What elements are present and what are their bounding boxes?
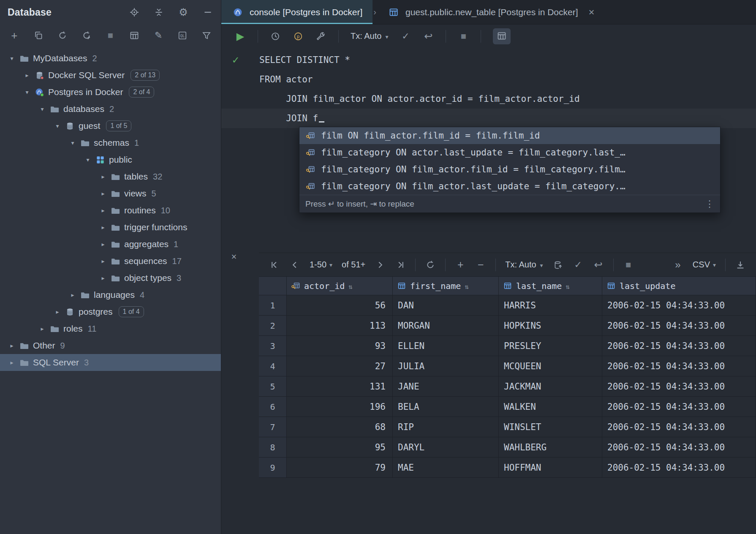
column-header-first_name[interactable]: first_name⇅ <box>393 277 499 295</box>
commit-button[interactable]: ✓ <box>400 31 411 42</box>
locate-button[interactable] <box>129 7 140 18</box>
chevron-right-icon[interactable]: ▸ <box>6 359 18 366</box>
chevron-down-icon[interactable]: ▾ <box>36 106 48 112</box>
cell-last_update[interactable]: 2006-02-15 04:34:33.00 <box>602 458 756 477</box>
cell-first_name[interactable]: JULIA <box>393 356 499 376</box>
cancel-query-button[interactable]: ■ <box>623 259 634 270</box>
completion-item[interactable]: film_category ON film_actor.film_id = fi… <box>299 161 720 178</box>
tree-item-aggregates[interactable]: ▸aggregates1 <box>0 236 221 253</box>
tree-item-tables[interactable]: ▸tables32 <box>0 168 221 185</box>
chevron-right-icon[interactable]: ▸ <box>67 292 79 298</box>
in-editor-results-toggle[interactable] <box>493 28 511 44</box>
cell-last_name[interactable]: MCQUEEN <box>499 356 602 376</box>
filter-button[interactable] <box>201 30 212 41</box>
cell-first_name[interactable]: MAE <box>393 458 499 477</box>
cell-last_name[interactable]: JACKMAN <box>499 376 602 396</box>
chevron-right-icon[interactable]: ▸ <box>21 72 33 79</box>
cell-last_name[interactable]: WINSLET <box>499 417 602 437</box>
chevron-right-icon[interactable]: ▸ <box>97 190 109 197</box>
last-page-button[interactable] <box>395 259 406 270</box>
tx-mode-dropdown[interactable]: Tx: Auto ▾ <box>505 260 543 270</box>
run-button[interactable]: ▶ <box>235 31 246 42</box>
tab-console[interactable]: console [Postgres in Docker] <box>221 0 373 24</box>
cell-first_name[interactable]: MORGAN <box>393 316 499 335</box>
tree-item-sql-server[interactable]: ▸SQL Server3 <box>0 354 221 371</box>
chevron-down-icon[interactable]: ▾ <box>67 139 79 146</box>
cell-first_name[interactable]: BELA <box>393 397 499 417</box>
cell-actor_id[interactable]: 68 <box>287 417 393 437</box>
chevron-right-icon[interactable]: ▸ <box>52 308 63 315</box>
cell-actor_id[interactable]: 95 <box>287 437 393 457</box>
hide-button[interactable] <box>202 7 213 18</box>
cell-first_name[interactable]: ELLEN <box>393 336 499 356</box>
cell-last_update[interactable]: 2006-02-15 04:34:33.00 <box>602 316 756 335</box>
stop-button[interactable]: ■ <box>458 31 469 42</box>
cell-last_name[interactable]: HOPKINS <box>499 316 602 335</box>
page-range-dropdown[interactable]: 1-50 ▾ <box>310 260 332 270</box>
sort-arrows-icon[interactable]: ⇅ <box>348 281 353 291</box>
row-number[interactable]: 7 <box>259 417 287 437</box>
chevron-right-icon[interactable]: ▸ <box>36 325 48 332</box>
more-actions-button[interactable]: » <box>672 259 683 270</box>
cell-last_name[interactable]: HARRIS <box>499 295 602 315</box>
row-number[interactable]: 4 <box>259 356 287 376</box>
row-number[interactable]: 6 <box>259 397 287 417</box>
chevron-down-icon[interactable]: ▾ <box>6 55 18 62</box>
chevron-right-icon[interactable]: ▸ <box>97 275 109 281</box>
tx-mode-dropdown[interactable]: Tx: Auto ▾ <box>351 31 388 41</box>
sql-code[interactable]: SELECT DISTINCT *FROM actor JOIN film_ac… <box>221 48 756 128</box>
settings-wrench-icon[interactable] <box>315 31 326 42</box>
column-header-last_update[interactable]: last_update <box>602 277 756 295</box>
tree-item-guest[interactable]: ▾guest1 of 5 <box>0 117 221 134</box>
cell-actor_id[interactable]: 113 <box>287 316 393 335</box>
first-page-button[interactable] <box>269 259 280 270</box>
console-properties-icon[interactable]: p <box>293 31 304 42</box>
cell-actor_id[interactable]: 93 <box>287 336 393 356</box>
rollback-button[interactable]: ↩ <box>593 259 604 270</box>
chevron-right-icon[interactable]: ▸ <box>6 342 18 349</box>
row-number[interactable]: 5 <box>259 376 287 396</box>
cell-last_update[interactable]: 2006-02-15 04:34:33.00 <box>602 356 756 376</box>
chevron-right-icon[interactable]: ▸ <box>97 258 109 264</box>
chevron-down-icon[interactable]: ▾ <box>21 89 33 95</box>
history-icon[interactable] <box>270 31 281 42</box>
cell-first_name[interactable]: RIP <box>393 417 499 437</box>
completion-item[interactable]: film ON film_actor.film_id = film.film_i… <box>299 127 720 144</box>
tree-item-views[interactable]: ▸views5 <box>0 185 221 202</box>
row-number[interactable]: 3 <box>259 336 287 356</box>
add-button[interactable]: + <box>9 30 19 41</box>
cell-last_update[interactable]: 2006-02-15 04:34:33.00 <box>602 376 756 396</box>
settings-button[interactable]: ⚙ <box>178 7 189 18</box>
row-number[interactable]: 2 <box>259 316 287 335</box>
add-row-button[interactable]: + <box>455 259 466 270</box>
tree-item-roles[interactable]: ▸roles11 <box>0 320 221 337</box>
tree-item-docker-sql-server[interactable]: ▸Docker SQL Server2 of 13 <box>0 67 221 84</box>
cell-last_update[interactable]: 2006-02-15 04:34:33.00 <box>602 397 756 417</box>
chevron-right-icon[interactable]: ▸ <box>97 173 109 180</box>
close-icon[interactable]: × <box>589 7 595 17</box>
chevron-right-icon[interactable]: ▸ <box>97 207 109 214</box>
data-grid-button[interactable] <box>129 30 139 41</box>
tab-new-table[interactable]: guest.public.new_table [Postgres in Dock… <box>377 0 605 24</box>
completion-item[interactable]: film_category ON film_actor.last_update … <box>299 178 720 195</box>
tree-item-public[interactable]: ▾public <box>0 151 221 168</box>
cell-actor_id[interactable]: 196 <box>287 397 393 417</box>
refresh-button[interactable] <box>57 30 68 41</box>
cell-first_name[interactable]: JANE <box>393 376 499 396</box>
cell-first_name[interactable]: DARYL <box>393 437 499 457</box>
tree-item-sequences[interactable]: ▸sequences17 <box>0 253 221 270</box>
cell-last_update[interactable]: 2006-02-15 04:34:33.00 <box>602 295 756 315</box>
tree-item-languages[interactable]: ▸languages4 <box>0 286 221 303</box>
export-format-dropdown[interactable]: CSV ▾ <box>693 260 716 270</box>
chevron-right-icon[interactable]: ▸ <box>97 224 109 231</box>
cell-last_name[interactable]: HOFFMAN <box>499 458 602 477</box>
stop-button[interactable]: ■ <box>106 30 116 41</box>
tree-item-schemas[interactable]: ▾schemas1 <box>0 134 221 151</box>
row-number[interactable]: 1 <box>259 295 287 315</box>
delete-row-button[interactable]: − <box>475 259 486 270</box>
cell-last_update[interactable]: 2006-02-15 04:34:33.00 <box>602 336 756 356</box>
cell-actor_id[interactable]: 131 <box>287 376 393 396</box>
reload-page-button[interactable] <box>425 259 436 270</box>
tree-item-other[interactable]: ▸Other9 <box>0 337 221 354</box>
tree-item-databases[interactable]: ▾databases2 <box>0 101 221 117</box>
